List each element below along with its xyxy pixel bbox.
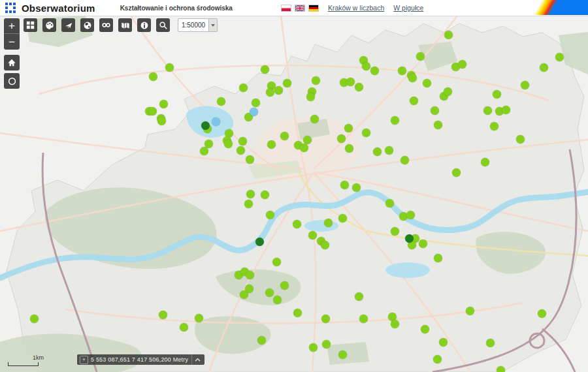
toolbar-tools-button[interactable] <box>61 18 75 32</box>
map-point[interactable] <box>481 158 489 166</box>
map-point[interactable] <box>431 106 439 115</box>
link-w-pigulce[interactable]: W pigułce <box>393 4 423 12</box>
map-point[interactable] <box>293 309 302 317</box>
map-point[interactable] <box>265 288 274 297</box>
map-point[interactable] <box>224 140 233 148</box>
map-point[interactable] <box>540 63 548 72</box>
map-point[interactable] <box>444 87 452 96</box>
crosshair-icon[interactable]: + <box>80 356 88 364</box>
map-point[interactable] <box>391 227 399 236</box>
map-point[interactable] <box>497 366 505 372</box>
app-logo-icon[interactable] <box>5 3 16 13</box>
map-point[interactable] <box>266 211 274 219</box>
map-point[interactable] <box>466 307 474 315</box>
map-point[interactable] <box>439 338 448 347</box>
map-point[interactable] <box>362 62 370 70</box>
toolbar-share-link-button[interactable] <box>99 18 113 32</box>
map-point[interactable] <box>355 83 363 91</box>
map-point[interactable] <box>283 79 291 87</box>
map-viewport[interactable]: + − <box>0 16 588 372</box>
map-point[interactable] <box>555 53 564 61</box>
map-point[interactable] <box>240 290 248 299</box>
map-point[interactable] <box>149 72 157 81</box>
map-point[interactable] <box>458 60 466 69</box>
map-point[interactable] <box>322 340 331 349</box>
map-point[interactable] <box>310 115 319 123</box>
locate-button[interactable] <box>4 73 20 89</box>
map-point[interactable] <box>344 124 353 132</box>
map-point[interactable] <box>400 156 409 164</box>
map-point[interactable] <box>410 97 418 105</box>
map-point[interactable] <box>273 296 282 304</box>
map-point[interactable] <box>521 81 529 89</box>
map-point[interactable] <box>312 76 320 85</box>
map-point[interactable] <box>239 84 248 92</box>
toolbar-search-button[interactable] <box>156 18 170 32</box>
map-point[interactable] <box>252 99 260 107</box>
home-button[interactable] <box>4 55 20 70</box>
map-point[interactable] <box>337 134 346 143</box>
map-point[interactable] <box>340 181 349 189</box>
map-point[interactable] <box>419 240 427 248</box>
map-point[interactable] <box>237 146 245 155</box>
map-point[interactable] <box>274 86 283 95</box>
toolbar-basemaps-button[interactable] <box>80 18 94 32</box>
map-point[interactable] <box>212 117 220 126</box>
map-point[interactable] <box>373 147 382 156</box>
map-point[interactable] <box>516 135 525 144</box>
toolbar-map-button[interactable] <box>118 18 132 32</box>
toolbar-info-button[interactable] <box>137 18 151 32</box>
map-point[interactable] <box>324 219 333 227</box>
map-point[interactable] <box>309 343 318 352</box>
english-flag-icon[interactable] <box>295 5 305 12</box>
map-point[interactable] <box>261 65 269 74</box>
map-point[interactable] <box>346 78 355 86</box>
map-point[interactable] <box>490 122 498 131</box>
map-point[interactable] <box>362 129 370 137</box>
map-point[interactable] <box>385 199 394 208</box>
map-point[interactable] <box>338 350 347 359</box>
map-point[interactable] <box>385 146 393 155</box>
map-point[interactable] <box>391 320 399 328</box>
map-point[interactable] <box>370 67 379 75</box>
map-point[interactable] <box>280 281 289 290</box>
chevron-up-icon[interactable] <box>191 354 203 365</box>
link-krakow-w-liczbach[interactable]: Kraków w liczbach <box>328 4 384 12</box>
zoom-out-button[interactable]: − <box>4 34 20 50</box>
map-point[interactable] <box>434 121 442 129</box>
map-point[interactable] <box>195 314 203 322</box>
german-flag-icon[interactable] <box>308 5 319 12</box>
map-point[interactable] <box>266 88 274 97</box>
map-point[interactable] <box>308 231 317 240</box>
map-point[interactable] <box>359 315 368 323</box>
map-point[interactable] <box>502 106 510 114</box>
map-point[interactable] <box>261 191 269 199</box>
map-point[interactable] <box>306 93 315 101</box>
map-point[interactable] <box>352 183 361 192</box>
polish-flag-icon[interactable] <box>281 5 291 12</box>
map-point[interactable] <box>148 107 157 116</box>
map-point[interactable] <box>355 292 363 301</box>
map-point[interactable] <box>257 336 266 345</box>
map-point[interactable] <box>250 108 258 116</box>
map-point[interactable] <box>486 339 495 347</box>
map-point[interactable] <box>423 79 431 87</box>
map-point[interactable] <box>493 90 501 99</box>
map-point[interactable] <box>300 144 308 152</box>
map-point[interactable] <box>398 67 406 75</box>
map-point[interactable] <box>280 132 289 140</box>
map-point[interactable] <box>238 137 247 146</box>
map-point[interactable] <box>201 121 210 130</box>
toolbar-thematic-maps-button[interactable] <box>42 18 56 32</box>
map-point[interactable] <box>406 211 415 219</box>
scale-dropdown-button[interactable] <box>209 18 218 32</box>
map-point[interactable] <box>338 214 347 223</box>
map-point[interactable] <box>538 309 546 318</box>
map-point[interactable] <box>246 155 254 164</box>
map-point[interactable] <box>267 140 276 149</box>
map-point[interactable] <box>246 271 254 279</box>
map-point[interactable] <box>483 106 492 115</box>
toolbar-compositions-button[interactable] <box>24 18 37 32</box>
map-point[interactable] <box>293 220 301 228</box>
scale-input[interactable] <box>178 18 209 32</box>
